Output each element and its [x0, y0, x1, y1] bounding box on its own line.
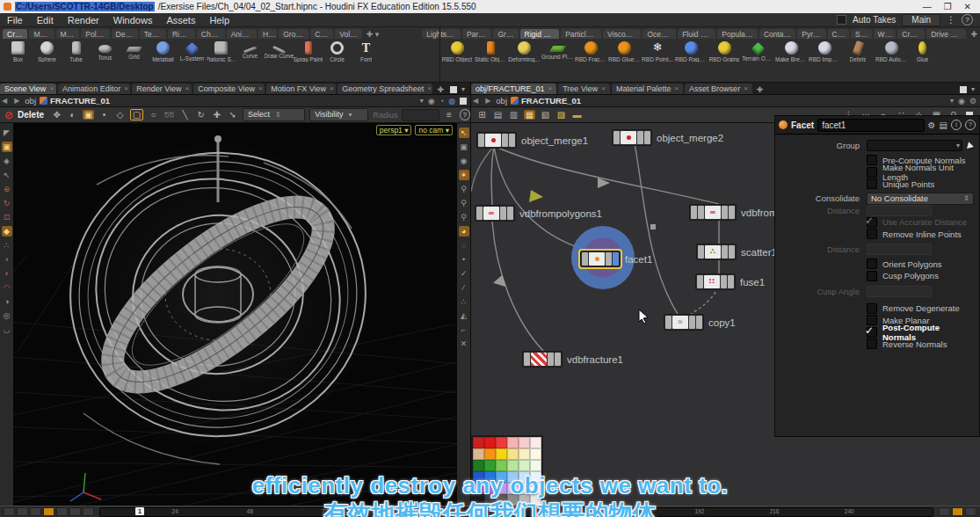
cusp-polygons-checkbox[interactable]	[867, 271, 877, 281]
tool-rbd-glue[interactable]: RBD Glue O...	[607, 39, 641, 81]
shelf-add-tab-icon[interactable]: ✚ ▾	[364, 30, 382, 39]
clock-icon[interactable]: ◔	[439, 97, 444, 106]
tool-torus[interactable]: Torus	[91, 39, 120, 81]
pose-tool-icon[interactable]: ◆	[2, 226, 12, 237]
shelf-tab-populate[interactable]: Populate C...	[717, 29, 758, 39]
tree-list-icon[interactable]: ⊞	[476, 110, 488, 120]
close-icon[interactable]: ✕	[964, 2, 971, 11]
radius-field[interactable]	[402, 109, 439, 121]
wireframe-icon[interactable]: ◌	[459, 240, 469, 251]
close-icon[interactable]: ×	[330, 84, 334, 94]
shelf-tab-fluid-cont[interactable]: Fluid Cont...	[678, 29, 715, 39]
menu-file[interactable]: File	[0, 15, 30, 25]
pane-menu-icon[interactable]: ▾	[971, 85, 975, 93]
color-swatch[interactable]	[496, 460, 507, 471]
color-swatch[interactable]	[530, 448, 541, 460]
visibility-dropdown[interactable]: Visibility▾	[309, 108, 368, 121]
color-swatch[interactable]	[519, 460, 530, 471]
tool-box[interactable]: Box	[4, 39, 33, 81]
grid-view-icon[interactable]: ▦	[524, 110, 535, 120]
minimize-icon[interactable]: —	[923, 2, 932, 11]
group-field[interactable]: ▾	[867, 140, 962, 151]
select-mode-icon[interactable]: ▣	[83, 110, 94, 120]
tab-animation-editor[interactable]: Animation Editor×	[58, 84, 130, 94]
tool-rbd-ragdoll[interactable]: RBD Ragdol...	[674, 39, 708, 81]
color-swatch[interactable]	[507, 448, 519, 460]
shelf-tab-grains[interactable]: Grains	[493, 29, 518, 39]
color-swatch[interactable]	[484, 460, 496, 471]
notes-icon[interactable]: ▨	[555, 110, 567, 120]
node-object-merge1[interactable]: object_merge1	[476, 132, 588, 149]
shelf-tab-modify[interactable]: Modify	[29, 29, 54, 39]
tool-terrain[interactable]: Terrain Object	[741, 39, 774, 81]
tab-scene-view[interactable]: Scene View×	[0, 84, 56, 94]
tool-static-object[interactable]: Static Object	[474, 39, 507, 81]
back-icon[interactable]: ◀	[471, 97, 480, 105]
lasso-select-icon[interactable]: ○	[148, 110, 159, 120]
shelf-tab-texture[interactable]: Texture	[140, 29, 166, 39]
group-select-arrow-icon[interactable]	[967, 142, 975, 150]
shelf-add-tab-icon-2[interactable]: ✚	[968, 30, 980, 39]
tool-grid[interactable]: Grid	[120, 39, 149, 81]
multi-view-icon[interactable]: ✕	[459, 339, 469, 349]
select-geo-icon[interactable]: ◈	[2, 156, 12, 166]
color-swatch[interactable]	[530, 437, 541, 448]
pane-split-icon[interactable]	[960, 86, 967, 93]
magnet-icon[interactable]: ◖	[2, 254, 12, 265]
tool-circle[interactable]: Circle	[323, 39, 352, 81]
frame-icon[interactable]: ⌐	[459, 324, 469, 335]
shelf-tab-particles[interactable]: Particles	[462, 29, 492, 39]
op-name-field[interactable]: facet1	[817, 119, 924, 132]
tool-metaball[interactable]: Metaball	[149, 39, 178, 81]
tool-glue[interactable]: Glue	[908, 39, 937, 81]
avatar-icon[interactable]: ◍	[448, 97, 455, 106]
tool-draw-curve[interactable]: Draw Curve	[265, 39, 294, 81]
pin-b-icon[interactable]: ⚲	[459, 198, 469, 208]
orbit-icon[interactable]: ◎	[2, 310, 12, 321]
tool-rbd-impacts[interactable]: RBD Impacts	[808, 39, 841, 81]
forward-icon[interactable]: ▶	[12, 97, 21, 105]
fit-view-icon[interactable]: ◡	[2, 324, 12, 335]
color-swatch[interactable]	[496, 448, 507, 460]
pin-icon[interactable]: ◉	[958, 97, 965, 106]
select-tool-icon[interactable]: ▣	[2, 142, 12, 152]
laser-select-icon[interactable]: ╲	[179, 110, 191, 120]
node-fuse1[interactable]: ∷ fuse1	[695, 273, 765, 290]
menu-windows[interactable]: Windows	[106, 15, 160, 25]
points-display-icon[interactable]: ∴	[459, 296, 469, 307]
close-icon[interactable]: ×	[427, 84, 432, 94]
list-view-icon[interactable]: ▥	[508, 110, 519, 120]
shelf-tab-wires[interactable]: Wires	[874, 29, 897, 39]
node-vdbfrompolygons2[interactable]: ∞ vdbfrom	[689, 204, 778, 221]
menu-help[interactable]: Help	[202, 15, 236, 25]
path-dropdown-icon[interactable]: ▾	[420, 97, 424, 105]
color-swatch[interactable]	[507, 437, 519, 448]
path-dropdown-icon[interactable]: ▾	[950, 97, 954, 105]
sticky-icon[interactable]: ▬	[571, 110, 583, 120]
shelf-tab-rigging[interactable]: Rigging	[168, 29, 195, 39]
post-compute-normals-checkbox[interactable]	[867, 327, 877, 338]
camera-icon[interactable]: ◉	[459, 156, 469, 166]
tool-rbd-fracture[interactable]: RBD Fractur...	[574, 39, 607, 81]
remove-degenerate-checkbox[interactable]	[867, 303, 877, 314]
shelf-tab-particle-fluids[interactable]: Particle Flu...	[561, 29, 601, 39]
tab-motion-fx-view[interactable]: Motion FX View×	[266, 84, 336, 94]
pin-icon[interactable]: ◉	[428, 97, 435, 106]
shelf-tab-animate[interactable]: Animat...	[227, 29, 257, 39]
node-object-merge2[interactable]: object_merge2	[612, 129, 723, 146]
tool-rbd-object[interactable]: RBD Object	[440, 39, 474, 81]
close-icon[interactable]: ×	[124, 84, 128, 94]
color-swatch[interactable]	[507, 460, 519, 471]
gear-icon[interactable]: ⚙	[928, 120, 936, 130]
back-icon[interactable]: ◀	[0, 97, 9, 105]
shelf-tab-volume[interactable]: Volume	[335, 29, 362, 39]
help-icon[interactable]: ?	[460, 109, 470, 120]
tool-make-breakable[interactable]: Make Break...	[774, 39, 808, 81]
snap-point-icon[interactable]: ◗	[2, 268, 12, 279]
path-node[interactable]: FRACTURE_01	[40, 96, 110, 106]
snap-prim-icon[interactable]: ◠	[2, 282, 12, 293]
chevron-down-icon[interactable]: ▾	[956, 142, 960, 149]
pointer-icon[interactable]: ↖	[2, 170, 12, 180]
tool-rbd-autofreeze[interactable]: RBD Auto F...	[875, 39, 908, 81]
color-swatch[interactable]	[473, 460, 484, 471]
